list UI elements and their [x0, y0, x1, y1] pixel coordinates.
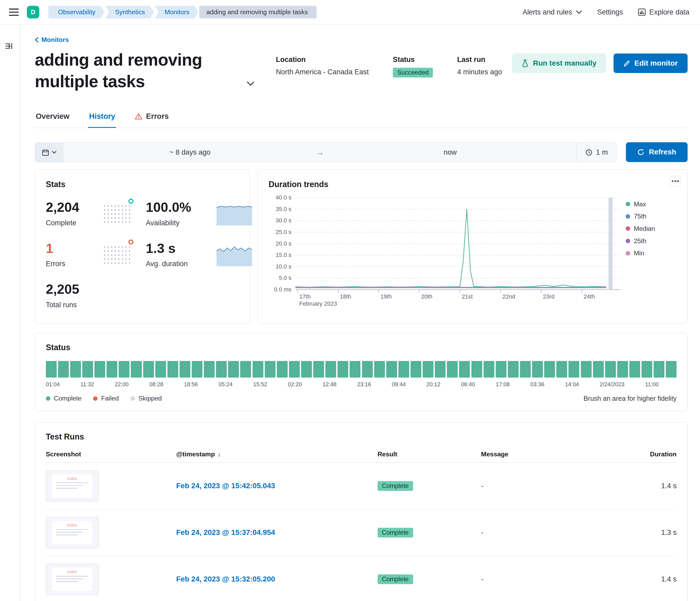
- status-timestamp: 15:52: [253, 381, 267, 388]
- complete-ring-icon: [128, 199, 133, 204]
- screenshot-thumbnail[interactable]: todos: [46, 470, 99, 502]
- stat-errors-value: 1: [46, 240, 103, 256]
- date-quick-select-button[interactable]: [35, 142, 64, 162]
- status-bar-block[interactable]: [265, 361, 276, 377]
- status-bar-block[interactable]: [94, 361, 105, 377]
- status-bar-block[interactable]: [459, 361, 470, 377]
- status-bar-block[interactable]: [277, 361, 288, 377]
- open-nav-flyout-icon[interactable]: [5, 43, 12, 49]
- status-bar-block[interactable]: [143, 361, 154, 377]
- status-bar-block[interactable]: [155, 361, 166, 377]
- explore-data-link[interactable]: Explore data: [638, 8, 689, 16]
- status-bar-block[interactable]: [593, 361, 604, 377]
- status-bar-block[interactable]: [301, 361, 312, 377]
- status-bar-block[interactable]: [179, 361, 190, 377]
- status-bar-block[interactable]: [240, 361, 251, 377]
- status-bar-block[interactable]: [168, 361, 178, 377]
- status-bar-block[interactable]: [192, 361, 202, 377]
- space-avatar[interactable]: D: [27, 6, 39, 18]
- status-bar-block[interactable]: [642, 361, 652, 377]
- status-bar-block[interactable]: [629, 361, 640, 377]
- status-bar-block[interactable]: [338, 361, 348, 377]
- status-bar-block[interactable]: [617, 361, 628, 377]
- stat-avg-duration: 1.3 s Avg. duration: [146, 240, 217, 268]
- status-bar-block[interactable]: [119, 361, 129, 377]
- status-bar-block[interactable]: [569, 361, 579, 377]
- status-bar-block[interactable]: [253, 361, 264, 377]
- refresh-button[interactable]: Refresh: [626, 142, 688, 162]
- panel-options-icon[interactable]: [669, 176, 681, 186]
- status-bar-block[interactable]: [435, 361, 446, 377]
- date-end-button[interactable]: now: [324, 142, 576, 162]
- breadcrumb-synthetics[interactable]: Synthetics: [105, 6, 154, 19]
- status-bar-block[interactable]: [410, 361, 421, 377]
- status-bar-block[interactable]: [70, 361, 81, 377]
- date-start-button[interactable]: ~ 8 days ago: [64, 142, 316, 162]
- status-bar-block[interactable]: [520, 361, 531, 377]
- panels-row: Stats 2,204 Complete 100.0% Availability: [35, 169, 688, 324]
- duration-cell: 1.4 s: [623, 481, 677, 490]
- tab-errors[interactable]: Errors: [134, 107, 170, 128]
- status-bar-block[interactable]: [556, 361, 567, 377]
- refresh-interval-button[interactable]: 1 m: [577, 142, 617, 162]
- status-bar-block[interactable]: [654, 361, 665, 377]
- chart-legend-item[interactable]: 25th: [626, 237, 676, 245]
- tab-history[interactable]: History: [88, 107, 116, 128]
- status-bar-block[interactable]: [471, 361, 482, 377]
- chart-legend-item[interactable]: Min: [626, 250, 676, 257]
- status-bar-block[interactable]: [350, 361, 360, 377]
- edit-monitor-button[interactable]: Edit monitor: [614, 53, 688, 73]
- screenshot-thumbnail[interactable]: todos: [46, 517, 99, 548]
- status-bar-block[interactable]: [325, 361, 336, 377]
- status-bar-block[interactable]: [82, 361, 93, 377]
- legend-label: Failed: [101, 395, 119, 402]
- status-bar-block[interactable]: [46, 361, 57, 377]
- status-panel: Status 01:0411:3222:0008:2818:5605:2415:…: [35, 333, 688, 411]
- arrow-right-icon: →: [316, 148, 324, 157]
- status-bar-block[interactable]: [398, 361, 409, 377]
- status-bar-block[interactable]: [386, 361, 397, 377]
- breadcrumb-monitors[interactable]: Monitors: [155, 6, 198, 19]
- status-bar-block[interactable]: [216, 361, 227, 377]
- col-timestamp[interactable]: @timestamp↓: [176, 450, 377, 458]
- test-run-timestamp-link[interactable]: Feb 24, 2023 @ 15:32:05.200: [176, 575, 275, 583]
- status-bar-block[interactable]: [447, 361, 458, 377]
- table-row: todos Feb 24, 2023 @ 15:42:05.043 Comple…: [46, 463, 677, 509]
- status-bar-block[interactable]: [544, 361, 555, 377]
- monitor-select-chevron-icon[interactable]: [247, 81, 254, 86]
- status-bar-block[interactable]: [666, 361, 677, 377]
- status-bar-block[interactable]: [374, 361, 385, 377]
- chart-legend-item[interactable]: 75th: [626, 213, 676, 220]
- status-bar-block[interactable]: [106, 361, 117, 377]
- tab-overview[interactable]: Overview: [35, 107, 70, 128]
- status-bar-block[interactable]: [496, 361, 506, 377]
- status-bar-block[interactable]: [289, 361, 300, 377]
- status-bar-block[interactable]: [508, 361, 519, 377]
- test-runs-panel: Test Runs Screenshot @timestamp↓ Result …: [35, 422, 688, 601]
- status-bar-block[interactable]: [313, 361, 324, 377]
- test-run-timestamp-link[interactable]: Feb 24, 2023 @ 15:42:05.043: [176, 481, 275, 490]
- run-test-manually-button[interactable]: Run test manually: [512, 53, 606, 73]
- status-bar-block[interactable]: [204, 361, 215, 377]
- status-bar-block[interactable]: [532, 361, 543, 377]
- breadcrumb-observability[interactable]: Observability: [48, 6, 104, 19]
- stat-total-runs-value: 2,205: [46, 281, 103, 297]
- status-bar-block[interactable]: [581, 361, 592, 377]
- screenshot-thumbnail[interactable]: todos: [46, 564, 99, 595]
- test-run-timestamp-link[interactable]: Feb 24, 2023 @ 15:37:04.954: [176, 528, 275, 537]
- status-bar-block[interactable]: [228, 361, 239, 377]
- status-bar-block[interactable]: [483, 361, 494, 377]
- back-link-monitors[interactable]: Monitors: [35, 36, 69, 44]
- status-bar-block[interactable]: [58, 361, 69, 377]
- chart-legend-item[interactable]: Median: [626, 225, 676, 232]
- duration-chart-svg[interactable]: 0.0 ms5.0 s10.0 s15.0 s20.0 s25.0 s30.0 …: [269, 192, 626, 309]
- status-bar-block[interactable]: [131, 361, 142, 377]
- chart-legend-item[interactable]: Max: [626, 201, 676, 208]
- settings-link[interactable]: Settings: [597, 8, 623, 16]
- alerts-and-rules-menu[interactable]: Alerts and rules: [523, 8, 582, 16]
- status-bar-block[interactable]: [605, 361, 616, 377]
- menu-icon[interactable]: [9, 8, 19, 16]
- status-bar-block[interactable]: [423, 361, 433, 377]
- status-bar-block[interactable]: [362, 361, 373, 377]
- message-cell: -: [481, 575, 623, 583]
